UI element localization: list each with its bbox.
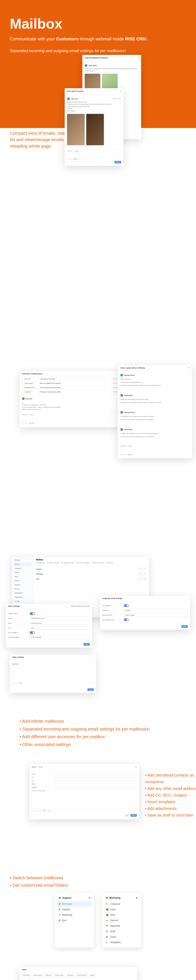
folder-item-draft[interactable]: 🗎Draft [104, 929, 139, 934]
sidebar-item-general[interactable]: General [13, 558, 32, 562]
close-icon[interactable]: × [188, 366, 190, 369]
close-icon[interactable]: × [120, 90, 121, 92]
attachment-image[interactable] [86, 114, 104, 145]
mailbox-option[interactable]: All Emails [57, 901, 92, 907]
email-row[interactable]: ★Sophia ThomsonHelp neededToday, 09:11 [20, 978, 137, 980]
sidebar-item-format[interactable]: Format [13, 599, 32, 603]
editor-toolbar[interactable]: B I U ⎘ ≡ 🔗 📎 • • • [67, 158, 121, 161]
section-email-views: Exclusive Trading Query× ★Sara HillI wil… [0, 357, 196, 435]
compose-feature-bullets: Add client/lead contacts as receipientsA… [145, 772, 196, 818]
sidebar-item-clients[interactable]: Clients [13, 571, 32, 574]
toggle[interactable] [30, 631, 35, 634]
text-input[interactable]: imap.demo.com [30, 622, 90, 625]
star-icon[interactable]: ★ [22, 391, 23, 393]
mailbox-option[interactable]: Support [57, 907, 92, 912]
folder-item-important[interactable]: ⚑Important [104, 923, 139, 929]
toggle[interactable] [124, 618, 129, 621]
message-block: Mark WhiteThank you for reaching out wit… [118, 391, 192, 408]
sidebar-item-notifications[interactable]: Notifications [13, 591, 32, 595]
tab-send[interactable]: Send [32, 766, 36, 768]
subject-field[interactable] [53, 787, 137, 788]
tab-outgoing-email[interactable]: ⚙ Outgoing Email [61, 562, 74, 564]
settings-feature-bullets: Add infinite mailboxesSeparated incoming… [0, 706, 196, 760]
batch-action-button[interactable]: Mark unread [32, 974, 43, 977]
email-row[interactable]: ★John JamesNeed a suitable POS machine23… [20, 381, 121, 385]
text-input[interactable]: UTF-8 (default) [30, 636, 90, 639]
mailbox-row: QnA✎✕ [36, 576, 146, 581]
chevron-down-icon[interactable]: ▾ [136, 897, 137, 899]
toggle[interactable] [30, 612, 35, 615]
sidebar-item-integrations[interactable]: Integrations [13, 595, 32, 599]
reply-textarea[interactable] [22, 413, 119, 421]
folder-item-trash[interactable]: 🗑Trash [104, 934, 139, 940]
screenshot-imap-settings: IMAP settingsIMAP authorized at 12:34 pm… [6, 604, 92, 648]
email-row[interactable]: ★Sara HillI will call by next week.23-05… [20, 377, 121, 381]
text-input[interactable]: 993 [30, 627, 90, 630]
close-icon[interactable]: × [135, 765, 137, 768]
save-button[interactable]: Save [182, 625, 188, 628]
batch-action-button[interactable]: Important [66, 974, 75, 977]
save-button[interactable]: Save [83, 643, 90, 646]
sidebar-item-events[interactable]: Events [13, 579, 32, 582]
screenshot-compose: Send Draft × From To CC BCC Subject B I … [29, 764, 139, 819]
sidebar-item-access[interactable]: Access [13, 587, 32, 591]
chevron-down-icon[interactable]: ▾ [89, 897, 90, 899]
attachment-image[interactable] [67, 114, 84, 145]
star-icon[interactable]: ★ [22, 378, 23, 380]
edit-icon[interactable]: ✎ [139, 568, 142, 570]
reply-button[interactable]: Reply [115, 161, 121, 164]
reply-textarea[interactable] [67, 150, 121, 157]
bcc-field[interactable] [53, 783, 137, 785]
editor-toolbar[interactable]: B I U S ⎘ ≡ ≡ • • 🔗 </> 📎 ⎙ [32, 809, 137, 813]
sidebar-item-modules[interactable]: Modules [13, 583, 32, 587]
tab-draft[interactable]: Draft [38, 766, 43, 768]
tab-email-templates[interactable]: ⚙ Email Templates [76, 562, 89, 564]
draft-button[interactable]: Draft [123, 814, 130, 817]
signature-textarea[interactable] [12, 666, 94, 681]
mailbox-option[interactable]: Marketing [57, 912, 92, 918]
message-block: Michael WoodHi, waiting for your reply c… [118, 408, 192, 425]
compose-textarea[interactable] [32, 789, 137, 809]
sidebar-item-mailbox[interactable]: Mailbox [13, 562, 32, 566]
tab-mailboxes[interactable]: ⚙ Mailboxes [36, 562, 45, 564]
edit-icon[interactable]: ✎ [139, 573, 142, 575]
mailbox-option[interactable]: QnA [57, 918, 92, 923]
delete-icon[interactable]: ✕ [143, 573, 146, 575]
sidebar-item-company[interactable]: Company [13, 566, 32, 570]
folder-item-templates[interactable]: ⎘Templates [104, 940, 139, 945]
avatar [84, 64, 88, 67]
star-icon[interactable]: ★ [22, 387, 23, 388]
batch-action-button[interactable]: Add star [44, 974, 53, 977]
folder-item-compose[interactable]: ✎Compose [104, 901, 139, 907]
batch-action-button[interactable]: Delete [89, 974, 96, 977]
toggle[interactable] [124, 604, 129, 607]
delete-icon[interactable]: ✕ [143, 568, 146, 570]
save-button[interactable]: Save [88, 688, 94, 691]
reply-textarea[interactable] [120, 444, 189, 452]
text-input[interactable]: SMTP module [124, 614, 188, 617]
email-row[interactable]: ★Michael WoodI have a query about orderi… [20, 385, 121, 390]
tab-other-settings[interactable]: ⚙ Other Settings [92, 562, 104, 564]
from-field[interactable] [53, 773, 137, 775]
to-field[interactable] [53, 777, 137, 778]
text-input[interactable]: Support [124, 609, 188, 612]
send-button[interactable]: Send [131, 814, 137, 817]
cc-field[interactable] [53, 780, 137, 782]
batch-action-button[interactable]: Not important [76, 974, 88, 977]
editor-toolbar[interactable]: B I U ⎘ ≡ • 🔗 📎 [22, 422, 119, 425]
templates-icon: ⎘ [106, 941, 108, 944]
tab-access[interactable]: ⚙ Access [106, 562, 113, 564]
folder-item-starred[interactable]: ★Starred [104, 918, 139, 923]
email-row[interactable]: ★CharlottePricing for my business needs.… [20, 390, 121, 394]
folder-item-inbox[interactable]: 📥Inbox [104, 907, 139, 912]
close-icon[interactable]: × [137, 56, 139, 59]
star-icon[interactable]: ★ [22, 382, 23, 384]
batch-action-button[interactable]: Remove star [54, 974, 65, 977]
tab-imap-settings[interactable]: ⚙ IMAP Settings [47, 562, 59, 564]
text-input[interactable]: support@demo.com [30, 617, 90, 620]
edit-icon[interactable]: ✎ [139, 578, 142, 580]
folder-item-sent[interactable]: 📤Sent [104, 912, 139, 918]
sidebar-item-team[interactable]: Team [13, 575, 32, 578]
delete-icon[interactable]: ✕ [143, 578, 146, 580]
batch-action-button[interactable]: Mark read [22, 974, 31, 977]
